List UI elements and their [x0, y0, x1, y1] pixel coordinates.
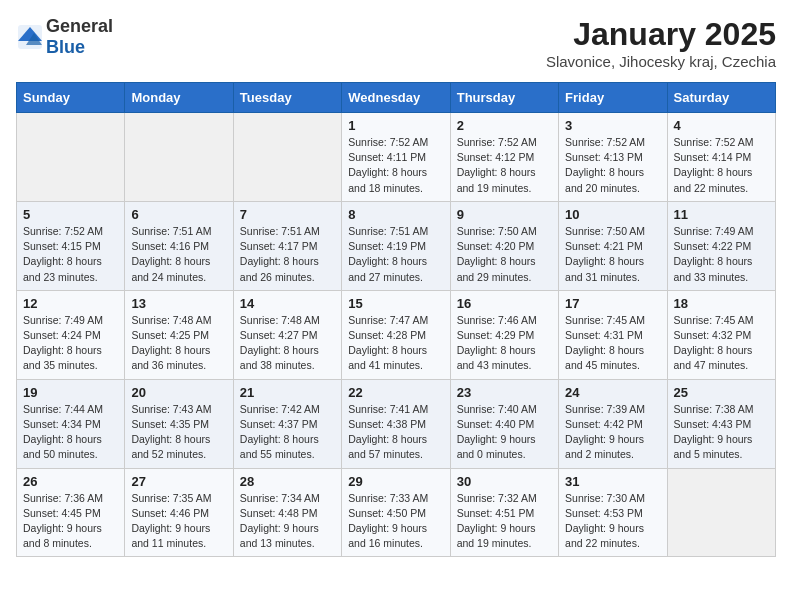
day-info: Sunrise: 7:35 AM Sunset: 4:46 PM Dayligh…: [131, 491, 226, 552]
day-number: 24: [565, 385, 660, 400]
day-number: 15: [348, 296, 443, 311]
month-title: January 2025: [546, 16, 776, 53]
day-number: 12: [23, 296, 118, 311]
day-number: 22: [348, 385, 443, 400]
day-info: Sunrise: 7:50 AM Sunset: 4:20 PM Dayligh…: [457, 224, 552, 285]
day-info: Sunrise: 7:30 AM Sunset: 4:53 PM Dayligh…: [565, 491, 660, 552]
day-number: 7: [240, 207, 335, 222]
day-number: 17: [565, 296, 660, 311]
day-number: 23: [457, 385, 552, 400]
day-info: Sunrise: 7:49 AM Sunset: 4:24 PM Dayligh…: [23, 313, 118, 374]
day-number: 14: [240, 296, 335, 311]
calendar-cell: 20Sunrise: 7:43 AM Sunset: 4:35 PM Dayli…: [125, 379, 233, 468]
calendar-cell: 13Sunrise: 7:48 AM Sunset: 4:25 PM Dayli…: [125, 290, 233, 379]
day-info: Sunrise: 7:48 AM Sunset: 4:25 PM Dayligh…: [131, 313, 226, 374]
day-number: 20: [131, 385, 226, 400]
day-info: Sunrise: 7:34 AM Sunset: 4:48 PM Dayligh…: [240, 491, 335, 552]
calendar-cell: [17, 113, 125, 202]
calendar-cell: 28Sunrise: 7:34 AM Sunset: 4:48 PM Dayli…: [233, 468, 341, 557]
calendar-cell: 18Sunrise: 7:45 AM Sunset: 4:32 PM Dayli…: [667, 290, 775, 379]
calendar-cell: 5Sunrise: 7:52 AM Sunset: 4:15 PM Daylig…: [17, 201, 125, 290]
day-number: 10: [565, 207, 660, 222]
day-info: Sunrise: 7:48 AM Sunset: 4:27 PM Dayligh…: [240, 313, 335, 374]
calendar-cell: 21Sunrise: 7:42 AM Sunset: 4:37 PM Dayli…: [233, 379, 341, 468]
day-info: Sunrise: 7:40 AM Sunset: 4:40 PM Dayligh…: [457, 402, 552, 463]
day-number: 16: [457, 296, 552, 311]
day-number: 29: [348, 474, 443, 489]
week-row-1: 1Sunrise: 7:52 AM Sunset: 4:11 PM Daylig…: [17, 113, 776, 202]
calendar-cell: 15Sunrise: 7:47 AM Sunset: 4:28 PM Dayli…: [342, 290, 450, 379]
calendar-cell: 16Sunrise: 7:46 AM Sunset: 4:29 PM Dayli…: [450, 290, 558, 379]
day-number: 21: [240, 385, 335, 400]
day-info: Sunrise: 7:44 AM Sunset: 4:34 PM Dayligh…: [23, 402, 118, 463]
logo-icon: [16, 23, 44, 51]
day-info: Sunrise: 7:51 AM Sunset: 4:16 PM Dayligh…: [131, 224, 226, 285]
page-header: General Blue January 2025 Slavonice, Jih…: [16, 16, 776, 70]
day-number: 27: [131, 474, 226, 489]
day-info: Sunrise: 7:38 AM Sunset: 4:43 PM Dayligh…: [674, 402, 769, 463]
day-number: 4: [674, 118, 769, 133]
title-block: January 2025 Slavonice, Jihocesky kraj, …: [546, 16, 776, 70]
day-number: 30: [457, 474, 552, 489]
calendar-cell: 14Sunrise: 7:48 AM Sunset: 4:27 PM Dayli…: [233, 290, 341, 379]
day-number: 11: [674, 207, 769, 222]
day-info: Sunrise: 7:41 AM Sunset: 4:38 PM Dayligh…: [348, 402, 443, 463]
day-info: Sunrise: 7:52 AM Sunset: 4:13 PM Dayligh…: [565, 135, 660, 196]
day-number: 13: [131, 296, 226, 311]
week-row-4: 19Sunrise: 7:44 AM Sunset: 4:34 PM Dayli…: [17, 379, 776, 468]
calendar-cell: 7Sunrise: 7:51 AM Sunset: 4:17 PM Daylig…: [233, 201, 341, 290]
calendar-table: SundayMondayTuesdayWednesdayThursdayFrid…: [16, 82, 776, 557]
day-info: Sunrise: 7:33 AM Sunset: 4:50 PM Dayligh…: [348, 491, 443, 552]
day-number: 26: [23, 474, 118, 489]
day-number: 9: [457, 207, 552, 222]
day-number: 18: [674, 296, 769, 311]
day-info: Sunrise: 7:47 AM Sunset: 4:28 PM Dayligh…: [348, 313, 443, 374]
calendar-cell: 31Sunrise: 7:30 AM Sunset: 4:53 PM Dayli…: [559, 468, 667, 557]
day-number: 2: [457, 118, 552, 133]
weekday-header-sunday: Sunday: [17, 83, 125, 113]
calendar-cell: 6Sunrise: 7:51 AM Sunset: 4:16 PM Daylig…: [125, 201, 233, 290]
day-info: Sunrise: 7:45 AM Sunset: 4:32 PM Dayligh…: [674, 313, 769, 374]
logo: General Blue: [16, 16, 113, 58]
calendar-cell: 2Sunrise: 7:52 AM Sunset: 4:12 PM Daylig…: [450, 113, 558, 202]
weekday-header-wednesday: Wednesday: [342, 83, 450, 113]
calendar-cell: [233, 113, 341, 202]
day-number: 31: [565, 474, 660, 489]
logo-blue: Blue: [46, 37, 85, 57]
day-info: Sunrise: 7:43 AM Sunset: 4:35 PM Dayligh…: [131, 402, 226, 463]
calendar-cell: 12Sunrise: 7:49 AM Sunset: 4:24 PM Dayli…: [17, 290, 125, 379]
calendar-cell: 1Sunrise: 7:52 AM Sunset: 4:11 PM Daylig…: [342, 113, 450, 202]
day-info: Sunrise: 7:36 AM Sunset: 4:45 PM Dayligh…: [23, 491, 118, 552]
week-row-5: 26Sunrise: 7:36 AM Sunset: 4:45 PM Dayli…: [17, 468, 776, 557]
weekday-header-thursday: Thursday: [450, 83, 558, 113]
calendar-cell: 29Sunrise: 7:33 AM Sunset: 4:50 PM Dayli…: [342, 468, 450, 557]
calendar-cell: [667, 468, 775, 557]
weekday-header-saturday: Saturday: [667, 83, 775, 113]
day-info: Sunrise: 7:42 AM Sunset: 4:37 PM Dayligh…: [240, 402, 335, 463]
day-info: Sunrise: 7:51 AM Sunset: 4:19 PM Dayligh…: [348, 224, 443, 285]
calendar-cell: 3Sunrise: 7:52 AM Sunset: 4:13 PM Daylig…: [559, 113, 667, 202]
day-number: 1: [348, 118, 443, 133]
calendar-cell: [125, 113, 233, 202]
day-info: Sunrise: 7:46 AM Sunset: 4:29 PM Dayligh…: [457, 313, 552, 374]
day-number: 28: [240, 474, 335, 489]
calendar-cell: 23Sunrise: 7:40 AM Sunset: 4:40 PM Dayli…: [450, 379, 558, 468]
weekday-header-row: SundayMondayTuesdayWednesdayThursdayFrid…: [17, 83, 776, 113]
calendar-cell: 22Sunrise: 7:41 AM Sunset: 4:38 PM Dayli…: [342, 379, 450, 468]
day-number: 3: [565, 118, 660, 133]
calendar-cell: 11Sunrise: 7:49 AM Sunset: 4:22 PM Dayli…: [667, 201, 775, 290]
day-info: Sunrise: 7:49 AM Sunset: 4:22 PM Dayligh…: [674, 224, 769, 285]
week-row-3: 12Sunrise: 7:49 AM Sunset: 4:24 PM Dayli…: [17, 290, 776, 379]
day-info: Sunrise: 7:32 AM Sunset: 4:51 PM Dayligh…: [457, 491, 552, 552]
calendar-cell: 4Sunrise: 7:52 AM Sunset: 4:14 PM Daylig…: [667, 113, 775, 202]
calendar-cell: 27Sunrise: 7:35 AM Sunset: 4:46 PM Dayli…: [125, 468, 233, 557]
calendar-cell: 26Sunrise: 7:36 AM Sunset: 4:45 PM Dayli…: [17, 468, 125, 557]
day-info: Sunrise: 7:52 AM Sunset: 4:14 PM Dayligh…: [674, 135, 769, 196]
calendar-cell: 25Sunrise: 7:38 AM Sunset: 4:43 PM Dayli…: [667, 379, 775, 468]
logo-general: General: [46, 16, 113, 36]
calendar-cell: 30Sunrise: 7:32 AM Sunset: 4:51 PM Dayli…: [450, 468, 558, 557]
calendar-cell: 17Sunrise: 7:45 AM Sunset: 4:31 PM Dayli…: [559, 290, 667, 379]
location-subtitle: Slavonice, Jihocesky kraj, Czechia: [546, 53, 776, 70]
day-info: Sunrise: 7:52 AM Sunset: 4:11 PM Dayligh…: [348, 135, 443, 196]
calendar-cell: 10Sunrise: 7:50 AM Sunset: 4:21 PM Dayli…: [559, 201, 667, 290]
